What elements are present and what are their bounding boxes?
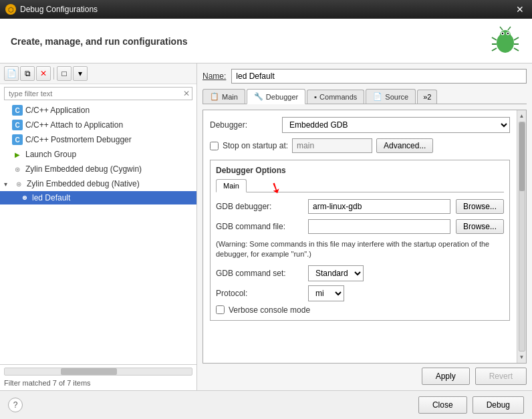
svg-line-9: [514, 37, 519, 40]
gdb-debugger-input[interactable]: [308, 199, 450, 214]
vertical-scrollbar[interactable]: ▲ ▼: [517, 110, 526, 363]
expand-arrow-icon[interactable]: ▾: [4, 180, 12, 188]
gdb-debugger-label: GDB debugger:: [216, 202, 303, 211]
stop-startup-checkbox[interactable]: [210, 142, 219, 150]
advanced-button[interactable]: Advanced...: [376, 138, 433, 153]
gdb-command-file-input[interactable]: [308, 219, 450, 234]
debugger-label: Debugger:: [210, 120, 277, 130]
window-title: Create, manage, and run configurations: [11, 36, 188, 47]
debug-button[interactable]: Debug: [473, 396, 524, 414]
config-panel: Debugger: Embedded GDB Stop on startup a…: [203, 110, 527, 364]
svg-point-4: [502, 33, 503, 34]
scroll-up-arrow[interactable]: ▲: [518, 112, 526, 120]
new-config-button[interactable]: 📄: [4, 66, 19, 81]
horizontal-scrollbar[interactable]: [4, 368, 192, 376]
tree-item-cpp-postmortem[interactable]: C C/C++ Postmortem Debugger: [0, 132, 196, 147]
tab-more[interactable]: »2: [417, 90, 437, 104]
name-row: Name:: [203, 69, 527, 84]
help-button[interactable]: ?: [8, 398, 23, 412]
debugger-tab-icon: 🔧: [254, 92, 263, 101]
gdb-command-file-label: GDB command file:: [216, 222, 303, 231]
command-set-label: GDB command set:: [216, 269, 303, 278]
scroll-thumb[interactable]: [519, 122, 525, 191]
tree-item-led-default[interactable]: ⊛ led Default: [0, 191, 196, 204]
filter-input[interactable]: [4, 87, 192, 100]
content-area: 📄 ⧉ ✕ □ ▾ ✕ C C/C++ Application: [0, 63, 532, 390]
zylin-native-icon: ⊛: [13, 178, 24, 189]
duplicate-config-button[interactable]: ⧉: [20, 66, 35, 81]
verbose-row: Verbose console mode: [216, 305, 504, 315]
commands-tab-icon: ▪: [314, 93, 317, 101]
gdb-debugger-section: ➘ GDB debugger: Browse... GDB command fi…: [216, 199, 504, 234]
stop-startup-label: Stop on startup at:: [223, 141, 288, 150]
scroll-down-arrow[interactable]: ▼: [518, 353, 526, 362]
tab-commands[interactable]: ▪ Commands: [307, 90, 364, 104]
clear-filter-icon[interactable]: ✕: [183, 89, 190, 98]
main-window: Create, manage, and run configurations: [0, 19, 532, 419]
tree-item-label: C/C++ Application: [25, 106, 90, 115]
apply-revert-bar: Apply Revert: [203, 364, 527, 385]
source-tab-label: Source: [385, 93, 408, 101]
cpp-app-icon: C: [12, 105, 23, 116]
title-bar-left: ⬡ Debug Configurations: [5, 4, 98, 15]
tab-source[interactable]: 📄 Source: [366, 89, 416, 104]
warning-text: (Warning: Some commands in this file may…: [216, 239, 504, 260]
left-panel-footer: Filter matched 7 of 7 items: [0, 364, 196, 390]
bottom-left: ?: [8, 398, 23, 412]
tabs-bar: 📋 Main 🔧 Debugger ▪ Commands 📄 Source »2: [203, 89, 527, 104]
svg-line-12: [500, 27, 503, 30]
svg-point-5: [507, 33, 509, 34]
tree-item-label: Launch Group: [25, 150, 76, 159]
commands-tab-label: Commands: [319, 93, 357, 101]
inner-tab-main[interactable]: Main: [216, 179, 247, 192]
config-content: Debugger: Embedded GDB Stop on startup a…: [203, 110, 517, 363]
revert-button[interactable]: Revert: [475, 368, 527, 385]
tree-item-zylin-cygwin[interactable]: ⊛ Zylin Embedded debug (Cygwin): [0, 162, 196, 176]
zylin-cygwin-icon: ⊛: [12, 164, 23, 174]
debug-config-icon: ⊛: [20, 193, 29, 202]
left-panel: 📄 ⧉ ✕ □ ▾ ✕ C C/C++ Application: [0, 63, 197, 390]
protocol-label: Protocol:: [216, 289, 303, 298]
gdb-command-file-row: GDB command file: Browse...: [216, 219, 504, 234]
tree-item-cpp-attach[interactable]: C C/C++ Attach to Application: [0, 118, 196, 132]
delete-config-button[interactable]: ✕: [36, 66, 51, 81]
tab-debugger[interactable]: 🔧 Debugger: [247, 89, 305, 104]
tree-item-label: led Default: [32, 193, 70, 202]
bottom-bar: ? Close Debug: [0, 390, 532, 419]
configuration-tree: C C/C++ Application C C/C++ Attach to Ap…: [0, 103, 196, 364]
launch-icon: ▶: [12, 149, 23, 160]
protocol-row: Protocol: mi mi1 mi2: [216, 285, 504, 301]
scrollbar-thumb: [61, 368, 117, 375]
command-set-select[interactable]: Standard Cygwin Other: [308, 265, 364, 281]
tree-item-label: Zylin Embedded debug (Cygwin): [25, 164, 142, 174]
cpp-attach-icon: C: [12, 120, 23, 130]
debugger-select[interactable]: Embedded GDB: [282, 117, 510, 133]
svg-point-1: [500, 30, 511, 39]
stop-startup-input[interactable]: [292, 138, 372, 153]
inner-tabs: Main: [216, 179, 504, 192]
command-set-row: GDB command set: Standard Cygwin Other: [216, 265, 504, 281]
debugger-tab-label: Debugger: [266, 93, 298, 101]
filter-dropdown-button[interactable]: ▾: [73, 66, 88, 81]
gdb-debugger-browse-button[interactable]: Browse...: [456, 199, 504, 214]
name-label: Name:: [203, 72, 226, 81]
tree-item-launch-group[interactable]: ▶ Launch Group: [0, 147, 196, 162]
stop-startup-row: Stop on startup at: Advanced...: [210, 138, 510, 153]
verbose-label: Verbose console mode: [229, 305, 310, 315]
tree-item-label: C/C++ Postmortem Debugger: [25, 135, 132, 144]
close-button[interactable]: Close: [418, 396, 467, 414]
collapse-all-button[interactable]: □: [57, 66, 72, 81]
debugger-options-title: Debugger Options: [216, 166, 504, 175]
verbose-checkbox[interactable]: [216, 305, 225, 314]
protocol-select[interactable]: mi mi1 mi2: [308, 285, 344, 301]
tree-item-cpp-application[interactable]: C C/C++ Application: [0, 103, 196, 118]
close-button[interactable]: ✕: [513, 4, 527, 15]
name-input[interactable]: [231, 69, 527, 84]
tree-item-zylin-native[interactable]: ▾ ⊛ Zylin Embedded debug (Native): [0, 176, 196, 191]
filter-box: ✕: [4, 87, 192, 100]
gdb-command-file-browse-button[interactable]: Browse...: [456, 219, 504, 234]
main-tab-label: Main: [222, 93, 238, 101]
apply-button[interactable]: Apply: [422, 368, 470, 385]
tree-item-label: C/C++ Attach to Application: [25, 120, 123, 130]
tab-main[interactable]: 📋 Main: [203, 89, 245, 104]
